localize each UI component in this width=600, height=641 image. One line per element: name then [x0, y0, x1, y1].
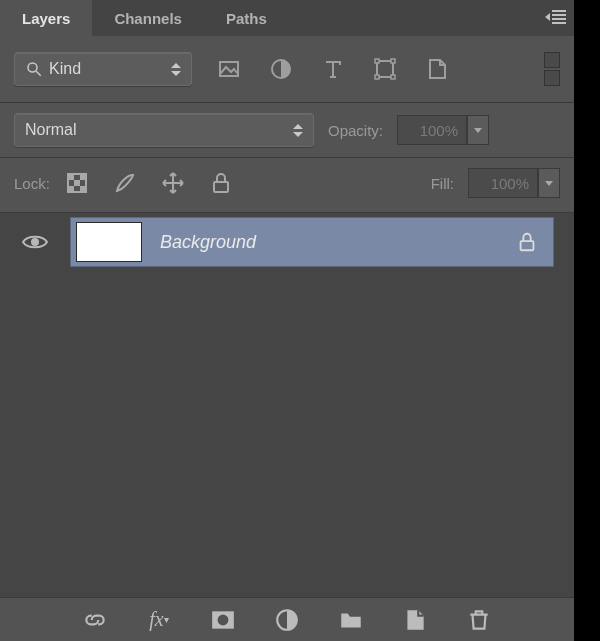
svg-rect-17	[521, 241, 534, 250]
layer-name-label: Background	[160, 232, 498, 253]
layer-thumbnail[interactable]	[76, 222, 142, 262]
panel-menu-button[interactable]	[545, 10, 566, 24]
smartobject-filter-icon[interactable]	[424, 56, 450, 82]
pixel-filter-icon[interactable]	[216, 56, 242, 82]
type-filter-icon[interactable]	[320, 56, 346, 82]
svg-point-19	[218, 614, 229, 625]
layers-panel: Layers Channels Paths Kind	[0, 0, 574, 641]
opacity-label: Opacity:	[328, 122, 383, 139]
svg-point-0	[28, 63, 37, 72]
stepper-icon	[293, 124, 303, 137]
svg-rect-10	[68, 174, 74, 180]
layer-item[interactable]: Background	[70, 217, 554, 267]
svg-rect-8	[391, 75, 395, 79]
layer-fx-button[interactable]: fx▾	[146, 607, 172, 633]
filter-kind-dropdown[interactable]: Kind	[14, 52, 192, 86]
blend-mode-dropdown[interactable]: Normal	[14, 113, 314, 147]
filter-toggle[interactable]	[544, 52, 560, 86]
svg-rect-11	[80, 174, 86, 180]
svg-rect-13	[68, 186, 74, 192]
new-layer-button[interactable]	[402, 607, 428, 633]
lock-icon	[516, 231, 538, 253]
lock-transparency-icon[interactable]	[64, 170, 90, 196]
opacity-value[interactable]: 100%	[397, 115, 467, 145]
tab-channels[interactable]: Channels	[92, 0, 204, 36]
svg-rect-15	[214, 182, 228, 192]
layer-row[interactable]: Background	[0, 213, 574, 271]
lock-label: Lock:	[14, 175, 50, 192]
layers-list: Background	[0, 213, 574, 597]
tab-paths[interactable]: Paths	[204, 0, 289, 36]
layers-footer: fx▾	[0, 597, 574, 641]
shape-filter-icon[interactable]	[372, 56, 398, 82]
blend-mode-value: Normal	[25, 121, 77, 139]
lock-all-icon[interactable]	[208, 170, 234, 196]
panel-tabbar: Layers Channels Paths	[0, 0, 574, 36]
filter-bar: Kind	[0, 36, 574, 103]
visibility-toggle-icon[interactable]	[21, 233, 49, 251]
svg-rect-5	[375, 59, 379, 63]
fill-label: Fill:	[431, 175, 454, 192]
filter-kind-label: Kind	[49, 60, 81, 78]
svg-point-16	[31, 238, 39, 246]
delete-layer-button[interactable]	[466, 607, 492, 633]
fill-value[interactable]: 100%	[468, 168, 538, 198]
opacity-dropdown-button[interactable]	[467, 115, 489, 145]
lock-bar: Lock: Fill: 100%	[0, 158, 574, 213]
add-mask-button[interactable]	[210, 607, 236, 633]
stepper-icon	[171, 63, 181, 76]
svg-rect-12	[74, 180, 80, 186]
search-icon	[25, 60, 43, 78]
link-layers-button[interactable]	[82, 607, 108, 633]
blend-bar: Normal Opacity: 100%	[0, 103, 574, 158]
svg-rect-14	[80, 186, 86, 192]
lock-pixels-icon[interactable]	[112, 170, 138, 196]
svg-rect-7	[375, 75, 379, 79]
new-group-button[interactable]	[338, 607, 364, 633]
svg-rect-6	[391, 59, 395, 63]
adjustment-filter-icon[interactable]	[268, 56, 294, 82]
lock-position-icon[interactable]	[160, 170, 186, 196]
svg-line-1	[36, 71, 41, 76]
fill-dropdown-button[interactable]	[538, 168, 560, 198]
tab-layers[interactable]: Layers	[0, 0, 92, 36]
new-adjustment-layer-button[interactable]	[274, 607, 300, 633]
